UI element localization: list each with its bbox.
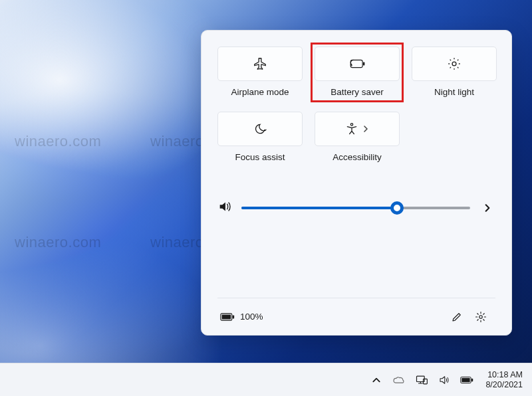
svg-rect-12 [471,378,473,381]
night-light-label: Night light [434,87,474,97]
svg-point-3 [350,124,352,126]
settings-button[interactable] [469,305,493,329]
volume-icon[interactable] [217,199,232,217]
clock-time: 10:18 AM [487,370,523,380]
volume-expand-button[interactable] [479,203,495,213]
battery-saver-icon [348,58,366,70]
volume-slider-fill [241,207,397,209]
flyout-footer: 100% [217,298,495,335]
svg-rect-6 [233,315,235,318]
onedrive-tray-icon[interactable] [392,373,406,387]
clock-date: 8/20/2021 [485,380,523,390]
airplane-mode-label: Airplane mode [231,87,289,97]
accessibility-icon [345,122,358,136]
watermark: winaero.com [15,133,101,150]
tile-night-light: Night light [412,47,497,106]
tile-battery-saver: Battery saver [315,47,400,106]
focus-assist-icon [253,122,267,136]
accessibility-label: Accessibility [332,152,382,162]
quick-settings-flyout: Airplane mode Battery saver [201,30,512,336]
desktop: winaero.com winaero.com winaero.com wina… [0,0,532,396]
battery-saver-button[interactable] [315,47,400,81]
battery-icon [220,312,235,322]
tile-airplane-mode: Airplane mode [217,47,303,106]
tile-accessibility: Accessibility [315,112,400,171]
watermark: winaero.com [15,234,101,251]
battery-saver-label: Battery saver [331,87,384,97]
night-light-icon [447,56,462,71]
svg-point-2 [452,62,456,66]
edit-quick-settings-button[interactable] [445,305,469,329]
volume-slider[interactable] [241,201,470,215]
system-tray [370,373,473,387]
tray-overflow-button[interactable] [370,373,383,387]
tile-focus-assist: Focus assist [217,112,303,171]
battery-percent-label: 100% [240,312,263,322]
airplane-icon [253,56,267,71]
network-tray-icon[interactable] [415,373,428,387]
volume-slider-thumb[interactable] [390,201,404,215]
accessibility-button[interactable] [315,112,400,146]
quick-settings-tiles: Airplane mode Battery saver [217,47,495,171]
volume-tray-icon[interactable] [438,373,451,387]
focus-assist-button[interactable] [217,112,303,146]
svg-rect-11 [462,377,470,381]
svg-rect-5 [222,314,231,319]
chevron-right-icon [362,125,369,133]
taskbar: 10:18 AM 8/20/2021 [0,363,532,396]
svg-point-7 [479,315,483,318]
taskbar-clock[interactable]: 10:18 AM 8/20/2021 [485,370,523,390]
airplane-mode-button[interactable] [217,47,303,81]
battery-tray-icon[interactable] [460,373,473,387]
volume-row [217,199,495,217]
svg-rect-1 [363,62,364,66]
night-light-button[interactable] [412,47,497,81]
focus-assist-label: Focus assist [235,152,285,162]
svg-rect-0 [350,60,362,67]
